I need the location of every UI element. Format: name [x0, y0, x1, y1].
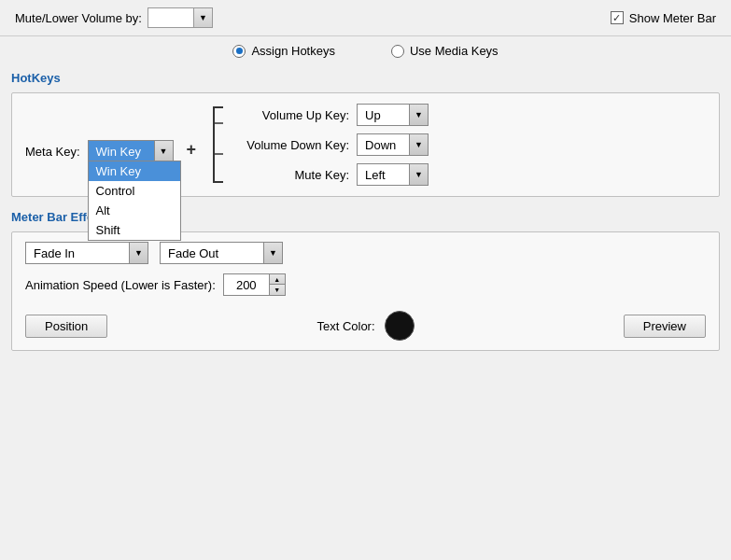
- radio-media-keys-label: Use Media Keys: [410, 44, 499, 58]
- volume-up-row: Volume Up Key: Up ▼: [228, 104, 429, 126]
- plus-sign: +: [187, 103, 197, 160]
- radio-media-keys[interactable]: Use Media Keys: [391, 44, 499, 58]
- meta-key-option-control[interactable]: Control: [89, 181, 180, 201]
- radio-row: Assign Hotkeys Use Media Keys: [0, 36, 731, 65]
- fade-out-value: Fade Out: [161, 243, 263, 263]
- speed-input[interactable]: [224, 274, 269, 295]
- volume-dropdown[interactable]: ▼: [148, 7, 213, 28]
- hotkeys-section-box: Meta Key: Win Key ▼ Win Key Control Alt …: [11, 92, 720, 197]
- radio-assign-hotkeys-label: Assign Hotkeys: [251, 44, 335, 58]
- text-color-area: Text Color:: [316, 311, 414, 341]
- mute-key-row: Mute Key: Left ▼: [228, 163, 429, 186]
- meta-key-row: Meta Key: Win Key ▼ Win Key Control Alt …: [25, 103, 174, 162]
- volume-down-row: Volume Down Key: Down ▼: [228, 133, 429, 156]
- hotkeys-section-title: HotKeys: [0, 65, 731, 89]
- radio-assign-hotkeys-circle[interactable]: [232, 45, 246, 58]
- hotkeys-section: HotKeys Meta Key: Win Key ▼ Win Key Cont…: [0, 65, 731, 197]
- volume-up-label: Volume Up Key:: [228, 108, 349, 122]
- fade-in-value: Fade In: [26, 243, 129, 263]
- show-meter-bar-label: Show Meter Bar: [629, 11, 716, 25]
- fade-in-arrow[interactable]: ▼: [129, 243, 148, 263]
- position-button[interactable]: Position: [25, 315, 107, 338]
- meta-key-dropdown-arrow[interactable]: ▼: [154, 141, 173, 161]
- volume-dropdown-arrow[interactable]: ▼: [194, 7, 213, 28]
- show-meter-bar-area: ✓ Show Meter Bar: [611, 11, 716, 25]
- volume-label: Mute/Lower Volume by:: [15, 11, 142, 25]
- mute-key-select[interactable]: Left ▼: [357, 163, 429, 186]
- volume-down-select[interactable]: Down ▼: [357, 133, 429, 156]
- speed-row: Animation Speed (Lower is Faster): ▲ ▼: [25, 273, 706, 296]
- speed-spinner: ▲ ▼: [269, 274, 285, 295]
- effects-row: Fade In ▼ Fade Out ▼: [25, 242, 706, 264]
- volume-control-area: Mute/Lower Volume by: ▼: [15, 7, 213, 28]
- hotkeys-inner: Meta Key: Win Key ▼ Win Key Control Alt …: [25, 103, 706, 187]
- fade-out-dropdown[interactable]: Fade Out ▼: [160, 242, 283, 264]
- bracket-svg: [209, 103, 228, 187]
- meter-bar-section-box: Fade In ▼ Fade Out ▼ Animation Speed (Lo…: [11, 231, 720, 351]
- radio-media-keys-circle[interactable]: [391, 45, 404, 58]
- volume-up-select[interactable]: Up ▼: [357, 104, 429, 126]
- text-color-label: Text Color:: [316, 319, 374, 333]
- volume-down-arrow[interactable]: ▼: [409, 134, 428, 155]
- meta-key-option-alt[interactable]: Alt: [89, 201, 180, 220]
- text-color-swatch[interactable]: [385, 311, 415, 341]
- show-meter-bar-checkbox-area[interactable]: ✓: [611, 11, 624, 24]
- fade-out-arrow[interactable]: ▼: [263, 243, 282, 263]
- fade-in-dropdown[interactable]: Fade In ▼: [25, 242, 148, 264]
- mute-key-value: Left: [358, 164, 409, 185]
- bracket-container: Volume Up Key: Up ▼ Volume Down Key: Dow…: [209, 103, 429, 187]
- key-rows: Volume Up Key: Up ▼ Volume Down Key: Dow…: [228, 104, 429, 186]
- meta-key-dropdown-wrapper: Win Key ▼ Win Key Control Alt Shift: [88, 140, 174, 162]
- speed-input-wrapper: ▲ ▼: [223, 273, 286, 296]
- mute-key-arrow[interactable]: ▼: [409, 164, 428, 185]
- meta-key-option-shift[interactable]: Shift: [89, 220, 180, 240]
- meta-key-dropdown-menu: Win Key Control Alt Shift: [88, 161, 181, 241]
- meta-key-selected: Win Key: [89, 141, 154, 161]
- mute-key-label: Mute Key:: [228, 168, 349, 182]
- volume-input[interactable]: [148, 7, 194, 28]
- volume-up-value: Up: [358, 105, 409, 125]
- top-bar: Mute/Lower Volume by: ▼ ✓ Show Meter Bar: [0, 0, 731, 36]
- spinner-up-button[interactable]: ▲: [270, 274, 285, 285]
- volume-up-arrow[interactable]: ▼: [409, 105, 428, 125]
- volume-down-value: Down: [358, 134, 409, 155]
- preview-button[interactable]: Preview: [624, 315, 706, 338]
- radio-assign-hotkeys[interactable]: Assign Hotkeys: [232, 44, 335, 58]
- speed-label: Animation Speed (Lower is Faster):: [25, 278, 216, 292]
- meta-key-label: Meta Key:: [25, 145, 80, 159]
- bottom-row: Position Text Color: Preview: [25, 307, 706, 341]
- show-meter-bar-checkbox[interactable]: ✓: [611, 11, 624, 24]
- meta-key-dropdown-control[interactable]: Win Key ▼: [88, 140, 174, 162]
- meta-key-option-winkey[interactable]: Win Key: [89, 161, 180, 181]
- volume-down-label: Volume Down Key:: [228, 138, 349, 152]
- spinner-down-button[interactable]: ▼: [270, 285, 285, 295]
